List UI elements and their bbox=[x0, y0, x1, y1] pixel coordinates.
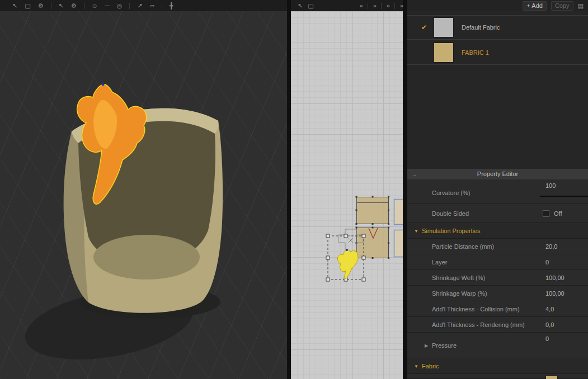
property-row-particle-distance: Particle Distance (mm) 20,0 bbox=[407, 239, 588, 254]
fabric-swatch[interactable] bbox=[434, 42, 454, 63]
shrinkage-weft-value[interactable]: 100,00 bbox=[545, 274, 565, 281]
property-row-shrinkage-weft: Shrinkage Weft (%) 100,00 bbox=[407, 270, 588, 286]
avatar-tool-icon[interactable]: ☺ bbox=[92, 0, 98, 11]
2d-pattern-viewport[interactable] bbox=[291, 11, 403, 379]
property-label: Particle Distance (mm) bbox=[432, 243, 494, 250]
property-row-partial bbox=[407, 374, 588, 379]
marvelous-designer-window: ↖ ▢ ⚙ ↖ ⚙ ☺ ─ ◎ ↗ ▱ ╋ ↖ ▢ » » » » + Add … bbox=[0, 0, 588, 379]
right-panel: ✔ Default Fabric FABRIC 1 → Property Edi… bbox=[407, 11, 588, 379]
property-row-pressure: ▶ Pressure 0 bbox=[407, 333, 588, 358]
stitch-line-tool-icon[interactable]: ─ bbox=[105, 0, 110, 11]
fabric-swatch[interactable] bbox=[434, 17, 454, 37]
toolbar-separator bbox=[381, 3, 382, 9]
property-editor-header[interactable]: → Property Editor bbox=[407, 169, 588, 179]
property-label: Layer bbox=[432, 259, 448, 266]
garment-interior-floor bbox=[93, 235, 200, 279]
dock-panel-icon[interactable]: → bbox=[411, 169, 417, 179]
fabric-pin-dot[interactable] bbox=[102, 83, 105, 86]
edit-pattern-tool-icon[interactable]: ▢ bbox=[308, 0, 313, 11]
selected-check-icon: ✔ bbox=[419, 23, 429, 31]
section-label: Fabric bbox=[422, 363, 439, 369]
copy-fabric-button[interactable]: Copy bbox=[551, 1, 573, 11]
curvature-value[interactable]: 100 bbox=[545, 182, 556, 189]
toolbar-separator bbox=[394, 3, 395, 9]
2d-toolbar: ↖ ▢ » » » » bbox=[291, 0, 403, 11]
property-label: Add'l Thickness - Rendering (mm) bbox=[432, 321, 525, 328]
property-editor-title: Property Editor bbox=[477, 170, 518, 177]
collapse-triangle-icon[interactable]: ▼ bbox=[414, 228, 418, 233]
expand-triangle-icon[interactable]: ▶ bbox=[425, 343, 428, 348]
toolbar-separator bbox=[51, 3, 51, 9]
double-sided-value: Off bbox=[554, 210, 562, 217]
section-label: Simulation Properties bbox=[422, 228, 481, 234]
fabric-name: FABRIC 1 bbox=[462, 49, 489, 56]
toolbar-overflow-icon[interactable]: » bbox=[387, 2, 389, 9]
pattern-piece-rect-top[interactable] bbox=[356, 196, 390, 225]
fabric-list-item-fabric1[interactable]: FABRIC 1 bbox=[407, 40, 588, 65]
select-tool-icon[interactable]: ↖ bbox=[12, 0, 17, 11]
particle-distance-value[interactable]: 20,0 bbox=[545, 243, 557, 250]
pattern-piece-partial-lower[interactable] bbox=[394, 230, 403, 257]
fabric-list-item-default[interactable]: ✔ Default Fabric bbox=[407, 15, 588, 40]
toolbar-overflow-icon[interactable]: » bbox=[400, 2, 403, 9]
property-label: Add'l Thickness - Collision (mm) bbox=[432, 306, 520, 312]
toolbar-separator bbox=[84, 3, 84, 9]
thickness-rendering-value[interactable]: 0,0 bbox=[545, 321, 554, 328]
property-row-thickness-rendering: Add'l Thickness - Rendering (mm) 0,0 bbox=[407, 317, 588, 333]
move-gizmo-tool-icon[interactable]: ╋ bbox=[170, 0, 173, 11]
2d-pattern-scene bbox=[291, 11, 403, 379]
shrinkage-warp-value[interactable]: 100,00 bbox=[545, 290, 565, 297]
pattern-piece-leaf-selected[interactable] bbox=[337, 250, 358, 279]
3d-toolbar: ↖ ▢ ⚙ ↖ ⚙ ☺ ─ ◎ ↗ ▱ ╋ bbox=[0, 0, 287, 11]
property-row-layer: Layer 0 bbox=[407, 254, 588, 270]
pin-tool-icon[interactable]: ◎ bbox=[117, 0, 123, 11]
toolbar-separator bbox=[129, 3, 130, 9]
property-label: Shrinkage Warp (%) bbox=[432, 290, 487, 297]
section-fabric[interactable]: ▼ Fabric bbox=[407, 358, 588, 374]
property-row-curvature: Curvature (%) 100 bbox=[407, 179, 588, 204]
fabric-color-swatch-partial[interactable] bbox=[545, 376, 558, 379]
fabric-name: Default Fabric bbox=[462, 24, 500, 31]
simulate-tool-icon[interactable]: ⚙ bbox=[38, 0, 44, 11]
property-label: Shrinkage Weft (%) bbox=[432, 274, 485, 281]
property-label: Double Sided bbox=[432, 210, 469, 217]
3d-scene bbox=[0, 11, 287, 379]
transform-pattern-tool-icon[interactable]: ↖ bbox=[298, 0, 303, 11]
gear-tool-icon[interactable]: ⚙ bbox=[71, 0, 77, 11]
pattern-pin-dot[interactable] bbox=[346, 249, 348, 251]
section-simulation-properties[interactable]: ▼ Simulation Properties bbox=[407, 223, 588, 239]
fabric-list-menu-icon[interactable]: ▤ bbox=[578, 0, 584, 11]
arrange-a-tool-icon[interactable]: ↗ bbox=[137, 0, 142, 11]
pressure-value[interactable]: 0 bbox=[545, 335, 549, 342]
toolbar-separator bbox=[162, 3, 162, 9]
property-label: Curvature (%) bbox=[432, 190, 470, 196]
arrange-plane-tool-icon[interactable]: ▱ bbox=[149, 0, 154, 11]
curvature-slider[interactable] bbox=[540, 196, 588, 197]
layer-value[interactable]: 0 bbox=[545, 259, 549, 266]
double-sided-checkbox[interactable] bbox=[543, 210, 549, 217]
toolbar-overflow-icon[interactable]: » bbox=[373, 2, 376, 9]
property-row-thickness-collision: Add'l Thickness - Collision (mm) 4,0 bbox=[407, 301, 588, 317]
fabric-toolbar: + Add Copy ▤ bbox=[407, 0, 588, 11]
toolbar-overflow-icon[interactable]: » bbox=[360, 2, 363, 9]
box-select-tool-icon[interactable]: ▢ bbox=[25, 0, 30, 11]
add-fabric-button[interactable]: + Add bbox=[523, 1, 546, 11]
toolbar-separator bbox=[368, 3, 368, 9]
collapse-triangle-icon[interactable]: ▼ bbox=[414, 363, 418, 368]
3d-viewport[interactable] bbox=[0, 11, 287, 379]
property-label: Pressure bbox=[432, 342, 457, 349]
pointer-gear-tool-icon[interactable]: ↖ bbox=[59, 0, 64, 11]
property-row-double-sided: Double Sided Off bbox=[407, 204, 588, 223]
thickness-collision-value[interactable]: 4,0 bbox=[545, 306, 554, 312]
pattern-piece-partial-upper[interactable] bbox=[394, 200, 403, 225]
property-row-shrinkage-warp: Shrinkage Warp (%) 100,00 bbox=[407, 286, 588, 301]
